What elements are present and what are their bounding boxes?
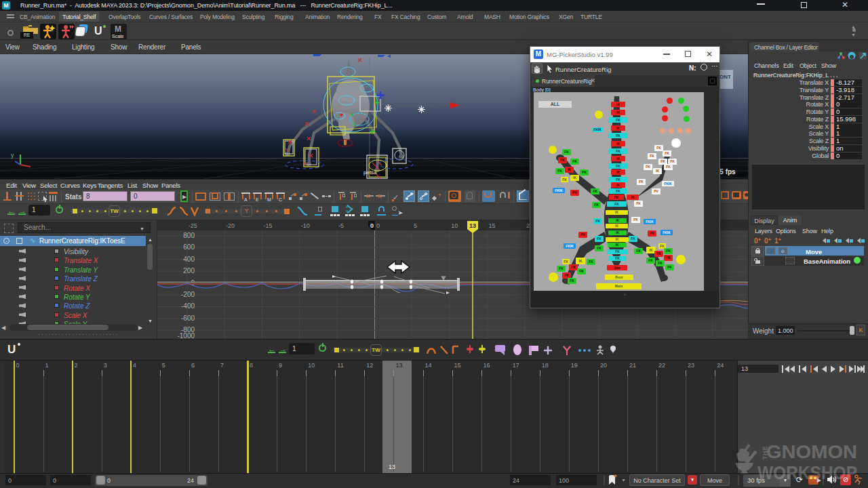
svg-text:-15: -15 bbox=[263, 222, 272, 229]
svg-text:200: 200 bbox=[183, 267, 195, 274]
svg-text:-1000: -1000 bbox=[177, 332, 195, 339]
svg-text:y: y bbox=[11, 152, 14, 159]
svg-text:petsa: petsa bbox=[363, 169, 377, 176]
svg-text:-5: -5 bbox=[338, 222, 344, 229]
svg-text:5: 5 bbox=[414, 222, 417, 229]
svg-text:-600: -600 bbox=[181, 314, 195, 322]
svg-text:-400: -400 bbox=[181, 302, 195, 310]
svg-text:10: 10 bbox=[451, 222, 458, 229]
svg-text:ONT: ONT bbox=[719, 74, 731, 80]
svg-text:-200: -200 bbox=[181, 291, 195, 298]
svg-text:600: 600 bbox=[183, 243, 195, 251]
svg-text:-20: -20 bbox=[226, 222, 235, 229]
svg-text:-10: -10 bbox=[301, 222, 310, 229]
svg-text:0: 0 bbox=[376, 222, 380, 229]
svg-text:0: 0 bbox=[370, 222, 374, 229]
svg-text:-25: -25 bbox=[189, 222, 197, 229]
svg-text:15: 15 bbox=[489, 222, 496, 229]
svg-text:13: 13 bbox=[469, 222, 476, 229]
svg-text:400: 400 bbox=[183, 256, 195, 263]
svg-text:800: 800 bbox=[183, 232, 195, 239]
